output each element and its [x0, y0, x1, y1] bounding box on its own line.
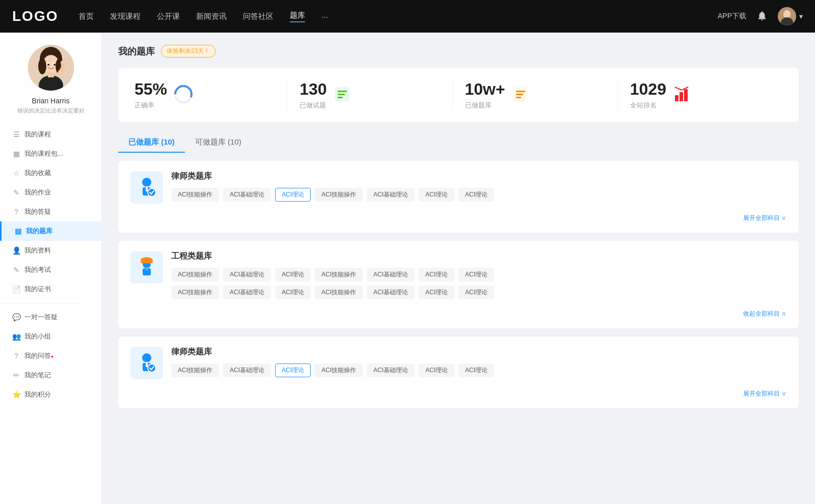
nav-news[interactable]: 新闻资讯	[196, 12, 227, 21]
sidebar-item-course-package[interactable]: ▦ 我的课程包...	[0, 144, 101, 163]
rank-value: 1029	[630, 80, 666, 99]
stat-accuracy: 55% 正确率	[134, 80, 287, 110]
tag-2a-5[interactable]: ACI理论	[419, 268, 454, 282]
done-banks-value: 10w+	[465, 80, 505, 99]
sidebar-divider	[0, 303, 81, 303]
tag-1-5[interactable]: ACI理论	[419, 188, 454, 202]
tag-1-4[interactable]: ACI基础理论	[367, 188, 415, 202]
tag-3-1[interactable]: ACI基础理论	[223, 363, 271, 377]
tag-2a-3[interactable]: ACI技能操作	[315, 268, 363, 282]
sidebar-item-qbank[interactable]: ▤ 我的题库	[0, 221, 101, 241]
expand-link-1[interactable]: 展开全部科目 ∨	[743, 214, 786, 222]
done-questions-value-group: 130 已做试题	[300, 80, 327, 110]
collapse-link-2[interactable]: 收起全部科目 ∧	[743, 310, 786, 318]
svg-rect-25	[675, 95, 678, 101]
rank-icon	[672, 85, 691, 105]
notes-label: 我的笔记	[24, 371, 51, 380]
tab-done[interactable]: 已做题库 (10)	[118, 132, 185, 152]
nav-discover[interactable]: 发现课程	[110, 12, 141, 21]
tag-2b-1[interactable]: ACI基础理论	[223, 286, 271, 299]
sidebar-item-exams[interactable]: ✎ 我的考试	[0, 260, 101, 279]
tag-2a-0[interactable]: ACI技能操作	[171, 268, 219, 282]
tags-row-2b: ACI技能操作 ACI基础理论 ACI理论 ACI技能操作 ACI基础理论 AC…	[171, 286, 786, 299]
qbank-title-1: 律师类题库	[171, 171, 786, 182]
done-questions-icon	[333, 85, 351, 105]
svg-rect-23	[516, 94, 523, 95]
tag-3-5[interactable]: ACI理论	[419, 363, 454, 377]
tag-2b-6[interactable]: ACI理论	[458, 286, 494, 299]
tag-1-1[interactable]: ACI基础理论	[223, 188, 271, 202]
sidebar-item-certificates[interactable]: 📄 我的证书	[0, 279, 101, 299]
tag-1-6[interactable]: ACI理论	[458, 188, 494, 202]
qbank-header-1: 律师类题库 ACI技能操作 ACI基础理论 ACI理论 ACI技能操作 ACI基…	[130, 171, 786, 204]
page-title: 我的题库	[118, 45, 155, 58]
cert-label: 我的证书	[24, 285, 51, 294]
nav-qa[interactable]: 问答社区	[243, 12, 274, 21]
tag-2a-4[interactable]: ACI基础理论	[367, 268, 415, 282]
sidebar-item-groups[interactable]: 👥 我的小组	[0, 327, 101, 346]
tag-3-6[interactable]: ACI理论	[458, 363, 494, 377]
sidebar-item-homework[interactable]: ✎ 我的作业	[0, 183, 101, 202]
accuracy-chart-icon	[173, 84, 194, 106]
page-wrap: Brian Harris 错误的决定比没有决定要好 ☰ 我的课程 ▦ 我的课程包…	[0, 33, 815, 504]
navbar: LOGO 首页 发现课程 公开课 新闻资讯 问答社区 题库 ··· APP下载 …	[0, 0, 815, 33]
nav-more[interactable]: ···	[321, 12, 328, 21]
sidebar-item-questions[interactable]: ? 我的问答●	[0, 346, 101, 366]
tab-available[interactable]: 可做题库 (10)	[185, 132, 252, 152]
sidebar-item-courses[interactable]: ☰ 我的课程	[0, 125, 101, 144]
user-name: Brian Harris	[32, 97, 70, 105]
nav-opencourse[interactable]: 公开课	[157, 12, 180, 21]
nav-home[interactable]: 首页	[78, 12, 94, 21]
tag-2a-2[interactable]: ACI理论	[275, 268, 311, 282]
svg-rect-27	[684, 89, 688, 101]
cert-icon: 📄	[12, 285, 20, 293]
tag-1-0[interactable]: ACI技能操作	[171, 188, 219, 202]
svg-rect-35	[141, 261, 153, 263]
notification-bell[interactable]	[756, 10, 768, 23]
svg-rect-30	[146, 186, 148, 191]
expand-link-3[interactable]: 展开全部科目 ∨	[743, 389, 786, 398]
svg-rect-19	[338, 94, 345, 95]
tag-1-3[interactable]: ACI技能操作	[315, 188, 363, 202]
homework-icon: ✎	[12, 188, 20, 197]
favorites-label: 我的收藏	[24, 169, 51, 178]
tag-2b-2[interactable]: ACI理论	[275, 286, 311, 299]
sidebar-item-qa[interactable]: ? 我的答疑	[0, 202, 101, 221]
tag-2a-6[interactable]: ACI理论	[458, 268, 494, 282]
tag-2b-5[interactable]: ACI理论	[419, 286, 454, 299]
profile-icon: 👤	[12, 246, 20, 255]
tag-3-2[interactable]: ACI理论	[275, 363, 311, 377]
sidebar-avatar	[28, 45, 74, 91]
done-banks-icon	[511, 85, 530, 105]
tag-3-3[interactable]: ACI技能操作	[315, 363, 363, 377]
qbank-info-2: 工程类题库 ACI技能操作 ACI基础理论 ACI理论 ACI技能操作 ACI基…	[171, 251, 786, 299]
svg-rect-18	[338, 91, 347, 92]
groups-icon: 👥	[12, 332, 20, 341]
tag-2b-4[interactable]: ACI基础理论	[367, 286, 415, 299]
tag-2a-1[interactable]: ACI基础理论	[223, 268, 271, 282]
sidebar-item-notes[interactable]: ✏ 我的笔记	[0, 366, 101, 385]
nav-qbank[interactable]: 题库	[290, 11, 305, 22]
sidebar-item-points[interactable]: ⭐ 我的积分	[0, 385, 101, 404]
user-avatar-menu[interactable]: ▾	[778, 7, 803, 25]
tag-2b-0[interactable]: ACI技能操作	[171, 286, 219, 299]
qbank-engineer-icon	[130, 251, 163, 284]
sidebar-item-tutoring[interactable]: 💬 一对一答疑	[0, 307, 101, 327]
done-banks-label: 已做题库	[465, 101, 505, 110]
app-download-button[interactable]: APP下载	[718, 12, 746, 21]
tag-2b-3[interactable]: ACI技能操作	[315, 286, 363, 299]
qbank-title-2: 工程类题库	[171, 251, 786, 262]
tutoring-label: 一对一答疑	[24, 313, 58, 322]
tags-footer-3: 展开全部科目 ∨	[130, 387, 786, 398]
tag-3-4[interactable]: ACI基础理论	[367, 363, 415, 377]
qbank-icon: ▤	[14, 227, 22, 235]
tag-3-0[interactable]: ACI技能操作	[171, 363, 219, 377]
qa-label: 我的答疑	[24, 207, 51, 216]
sidebar-item-profile[interactable]: 👤 我的资料	[0, 241, 101, 260]
svg-point-28	[142, 178, 151, 187]
tag-1-2[interactable]: ACI理论	[275, 188, 311, 202]
sidebar-item-favorites[interactable]: ☆ 我的收藏	[0, 163, 101, 183]
navbar-right: APP下载 ▾	[718, 7, 803, 25]
rank-value-group: 1029 全站排名	[630, 80, 666, 110]
user-motto: 错误的决定比没有决定要好	[17, 107, 85, 115]
